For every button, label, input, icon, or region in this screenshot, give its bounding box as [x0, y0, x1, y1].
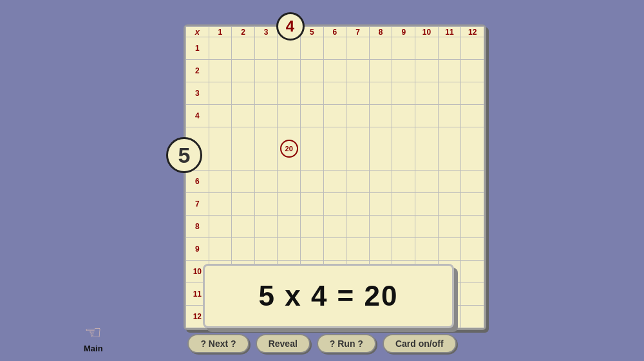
cell-5-7 [346, 127, 370, 171]
cell-7-8 [369, 193, 392, 216]
cell-6-10 [415, 171, 439, 193]
cell-12-12 [461, 305, 484, 328]
cell-2-4 [278, 59, 301, 82]
cell-2-11 [438, 59, 461, 82]
header-7: 7 [346, 27, 370, 37]
cell-8-5 [301, 216, 324, 238]
cell-2-2 [232, 59, 255, 82]
cell-8-4 [278, 216, 301, 238]
cell-7-12 [461, 193, 484, 216]
cell-9-4 [278, 238, 301, 261]
cell-5-11 [438, 127, 461, 171]
equation-box: 5 x 4 = 20 [203, 264, 454, 328]
cell-4-7 [346, 104, 370, 127]
cell-4-10 [415, 104, 439, 127]
cell-1-6 [323, 37, 346, 60]
cell-2-8 [369, 59, 392, 82]
cell-1-11 [438, 37, 461, 60]
cell-7-10 [415, 193, 439, 216]
row-header-1: 1 [186, 37, 209, 60]
row-header-6: 6 [186, 171, 209, 193]
equation-text: 5 x 4 = 20 [259, 280, 399, 312]
cell-8-6 [323, 216, 346, 238]
cell-9-9 [392, 238, 415, 261]
cell-1-7 [346, 37, 370, 60]
cell-9-1 [209, 238, 232, 261]
cell-3-9 [392, 82, 415, 104]
grid-container: 4 5 x 1 2 3 4 5 6 7 8 9 10 [171, 12, 486, 333]
cell-1-9 [392, 37, 415, 60]
next-button[interactable]: ? Next ? [187, 334, 249, 353]
cell-5-4: 20 [278, 127, 301, 171]
cell-8-10 [415, 216, 439, 238]
cell-8-7 [346, 216, 370, 238]
row-header-9: 9 [186, 238, 209, 261]
header-2: 2 [232, 27, 255, 37]
reveal-button[interactable]: Reveal [256, 334, 310, 353]
cell-4-1 [209, 104, 232, 127]
cell-1-2 [232, 37, 255, 60]
cell-2-6 [323, 59, 346, 82]
cell-9-2 [232, 238, 255, 261]
cell-1-5 [301, 37, 324, 60]
cell-5-3 [254, 127, 278, 171]
card-toggle-button[interactable]: Card on/off [383, 334, 457, 353]
cell-6-4 [278, 171, 301, 193]
cell-7-4 [278, 193, 301, 216]
cell-5-9 [392, 127, 415, 171]
cell-7-1 [209, 193, 232, 216]
header-x: x [186, 27, 209, 37]
row-highlight-label: 5 [166, 137, 202, 173]
cell-3-2 [232, 82, 255, 104]
cell-9-10 [415, 238, 439, 261]
header-1: 1 [209, 27, 232, 37]
cell-2-1 [209, 59, 232, 82]
cell-3-4 [278, 82, 301, 104]
cell-5-5 [301, 127, 324, 171]
cell-1-10 [415, 37, 439, 60]
header-6: 6 [323, 27, 346, 37]
cell-2-12 [461, 59, 484, 82]
cell-8-12 [461, 216, 484, 238]
cell-3-1 [209, 82, 232, 104]
cell-3-10 [415, 82, 439, 104]
cell-8-3 [254, 216, 278, 238]
cell-4-6 [323, 104, 346, 127]
cell-7-9 [392, 193, 415, 216]
cell-4-9 [392, 104, 415, 127]
header-9: 9 [392, 27, 415, 37]
cell-5-10 [415, 127, 439, 171]
run-button[interactable]: ? Run ? [317, 334, 376, 353]
cell-6-12 [461, 171, 484, 193]
cell-6-5 [301, 171, 324, 193]
cell-4-12 [461, 104, 484, 127]
cell-2-7 [346, 59, 370, 82]
header-3: 3 [254, 27, 278, 37]
cell-1-8 [369, 37, 392, 60]
cell-10-12 [461, 261, 484, 283]
cell-7-3 [254, 193, 278, 216]
cell-7-5 [301, 193, 324, 216]
cell-6-7 [346, 171, 370, 193]
cell-3-11 [438, 82, 461, 104]
cell-3-8 [369, 82, 392, 104]
cell-3-3 [254, 82, 278, 104]
cell-6-11 [438, 171, 461, 193]
cell-3-12 [461, 82, 484, 104]
cell-8-11 [438, 216, 461, 238]
row-header-2: 2 [186, 59, 209, 82]
cell-3-5 [301, 82, 324, 104]
cell-8-8 [369, 216, 392, 238]
cell-7-7 [346, 193, 370, 216]
header-11: 11 [438, 27, 461, 37]
cell-7-6 [323, 193, 346, 216]
row-header-7: 7 [186, 193, 209, 216]
cell-7-2 [232, 193, 255, 216]
cell-2-10 [415, 59, 439, 82]
row-header-3: 3 [186, 82, 209, 104]
cell-4-11 [438, 104, 461, 127]
cell-5-6 [323, 127, 346, 171]
cell-5-12 [461, 127, 484, 171]
bottom-bar: ? Next ? Reveal ? Run ? Card on/off [0, 334, 644, 353]
cell-4-4 [278, 104, 301, 127]
